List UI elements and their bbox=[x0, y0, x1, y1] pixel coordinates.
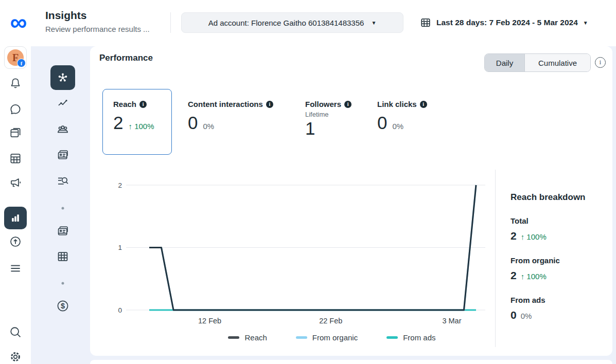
page-avatar: F f bbox=[7, 49, 24, 66]
trend-line-icon bbox=[56, 96, 69, 110]
rail-divider-dot bbox=[62, 207, 64, 210]
svg-text:22 Feb: 22 Feb bbox=[319, 317, 342, 325]
metric-card-link-clicks[interactable]: Link clicks i 0 0% bbox=[377, 89, 427, 132]
left-sidebar: F f bbox=[0, 46, 31, 364]
content-card-icon bbox=[56, 225, 70, 239]
sidebar-item-search[interactable] bbox=[9, 325, 23, 339]
rail-item-monetization[interactable]: $ bbox=[56, 299, 70, 313]
metric-label: Followers bbox=[305, 100, 341, 108]
metric-label: Reach bbox=[113, 100, 136, 108]
chat-bubble-icon bbox=[9, 103, 22, 116]
sidebar-item-notifications[interactable] bbox=[9, 77, 22, 90]
date-range-dropdown[interactable]: Last 28 days: 7 Feb 2024 - 5 Mar 2024 ▼ bbox=[420, 12, 588, 33]
facebook-badge-icon: f bbox=[17, 59, 26, 67]
megaphone-icon bbox=[9, 176, 22, 190]
info-icon[interactable]: i bbox=[266, 101, 273, 108]
reach-chart: 01212 Feb22 Feb3 Mar bbox=[99, 171, 490, 332]
legend-swatch-reach bbox=[228, 336, 239, 339]
metric-change: 0% bbox=[392, 122, 403, 131]
bell-icon bbox=[9, 77, 22, 90]
search-list-icon bbox=[56, 174, 70, 188]
svg-text:12 Feb: 12 Feb bbox=[198, 317, 221, 325]
sidebar-item-inbox[interactable] bbox=[9, 103, 22, 116]
svg-text:2: 2 bbox=[118, 181, 122, 189]
audience-people-icon bbox=[56, 123, 70, 137]
breakdown-change: ↑ 100% bbox=[521, 232, 547, 241]
gear-icon bbox=[9, 350, 23, 364]
sidebar-item-settings[interactable] bbox=[9, 350, 23, 364]
rail-item-content-table[interactable] bbox=[56, 250, 70, 264]
svg-text:0: 0 bbox=[118, 306, 122, 314]
view-toggle: Daily Cumulative bbox=[484, 53, 591, 72]
legend-item-from-organic[interactable]: From organic bbox=[296, 333, 358, 342]
breakdown-title: Reach breakdown bbox=[511, 192, 608, 203]
rail-item-benchmarking[interactable] bbox=[56, 174, 70, 188]
top-header: ∞ Insights Review performance results ..… bbox=[0, 0, 616, 46]
rail-item-content-overview[interactable] bbox=[56, 225, 70, 239]
next-section-card bbox=[90, 360, 612, 364]
info-icon[interactable]: i bbox=[139, 101, 147, 108]
boost-arrow-icon bbox=[9, 235, 22, 248]
reach-breakdown-panel: Reach breakdown Total 2 ↑ 100% From orga… bbox=[511, 192, 608, 321]
ad-account-dropdown[interactable]: Ad account: Florence Gaitho 601384148335… bbox=[181, 12, 403, 33]
pages-stack-icon bbox=[9, 126, 22, 139]
sidebar-item-content[interactable] bbox=[9, 126, 22, 139]
metric-card-followers[interactable]: Followers i Lifetime 1 bbox=[305, 89, 351, 137]
breakdown-label-organic: From organic bbox=[511, 256, 608, 265]
legend-label: From organic bbox=[312, 333, 358, 342]
table-grid-icon bbox=[56, 250, 70, 264]
svg-text:3 Mar: 3 Mar bbox=[442, 317, 461, 325]
svg-text:1: 1 bbox=[118, 244, 122, 251]
metric-card-content-interactions[interactable]: Content interactions i 0 0% bbox=[188, 89, 273, 132]
bar-chart-icon bbox=[10, 212, 21, 224]
metric-label: Link clicks bbox=[377, 100, 417, 108]
breakdown-label-total: Total bbox=[511, 216, 608, 225]
breakdown-change: 0% bbox=[521, 312, 532, 320]
rail-divider-dot bbox=[62, 282, 64, 285]
info-icon[interactable]: i bbox=[595, 57, 606, 68]
legend-item-from-ads[interactable]: From ads bbox=[386, 333, 435, 342]
date-range-label: Last 28 days: 7 Feb 2024 - 5 Mar 2024 bbox=[436, 18, 578, 27]
menu-icon bbox=[9, 262, 22, 275]
metric-card-reach[interactable]: Reach i 2 ↑ 100% bbox=[102, 89, 172, 155]
rail-item-content[interactable] bbox=[56, 149, 70, 162]
ad-account-label: Ad account: Florence Gaitho 601384148335… bbox=[208, 19, 364, 27]
legend-label: From ads bbox=[403, 333, 435, 342]
dollar-circle-icon: $ bbox=[56, 299, 70, 313]
info-icon[interactable]: i bbox=[420, 101, 427, 108]
rail-item-audience[interactable] bbox=[56, 123, 70, 137]
metric-label: Content interactions bbox=[188, 100, 263, 108]
rail-item-overview[interactable] bbox=[50, 65, 75, 90]
toggle-daily[interactable]: Daily bbox=[485, 54, 524, 71]
panel-divider bbox=[495, 170, 496, 347]
sidebar-item-boost[interactable] bbox=[9, 235, 22, 248]
sidebar-item-planner[interactable] bbox=[9, 152, 22, 165]
content-card-icon bbox=[56, 149, 70, 162]
sidebar-item-page-profile[interactable]: F f bbox=[4, 46, 27, 69]
search-icon bbox=[9, 325, 23, 339]
chart-legend: Reach From organic From ads bbox=[167, 333, 497, 342]
sidebar-item-ads[interactable] bbox=[9, 176, 22, 190]
breakdown-change: ↑ 100% bbox=[521, 272, 547, 281]
metric-change: ↑ 100% bbox=[128, 122, 154, 131]
chevron-down-icon: ▼ bbox=[371, 20, 376, 26]
performance-card: Performance Daily Cumulative i Reach i 2… bbox=[90, 46, 612, 356]
legend-item-reach[interactable]: Reach bbox=[228, 333, 267, 342]
metric-change: 0% bbox=[203, 122, 214, 131]
sidebar-item-all-tools[interactable] bbox=[9, 262, 22, 275]
chevron-down-icon: ▼ bbox=[583, 20, 588, 26]
breakdown-label-ads: From ads bbox=[511, 296, 608, 304]
calendar-grid-icon bbox=[9, 152, 22, 165]
sidebar-item-insights[interactable] bbox=[4, 207, 27, 229]
info-icon[interactable]: i bbox=[344, 101, 351, 108]
breakdown-value: 0 bbox=[511, 309, 517, 321]
rail-item-results[interactable] bbox=[56, 96, 69, 110]
breakdown-value: 2 bbox=[511, 230, 517, 242]
header-divider bbox=[170, 12, 171, 33]
meta-logo-icon[interactable]: ∞ bbox=[6, 7, 31, 37]
page-title: Insights bbox=[45, 9, 87, 22]
toggle-cumulative[interactable]: Cumulative bbox=[524, 54, 590, 71]
legend-swatch-organic bbox=[296, 336, 307, 339]
metric-value: 0 bbox=[188, 114, 198, 132]
reach-line-chart: 01212 Feb22 Feb3 Mar bbox=[99, 171, 490, 330]
